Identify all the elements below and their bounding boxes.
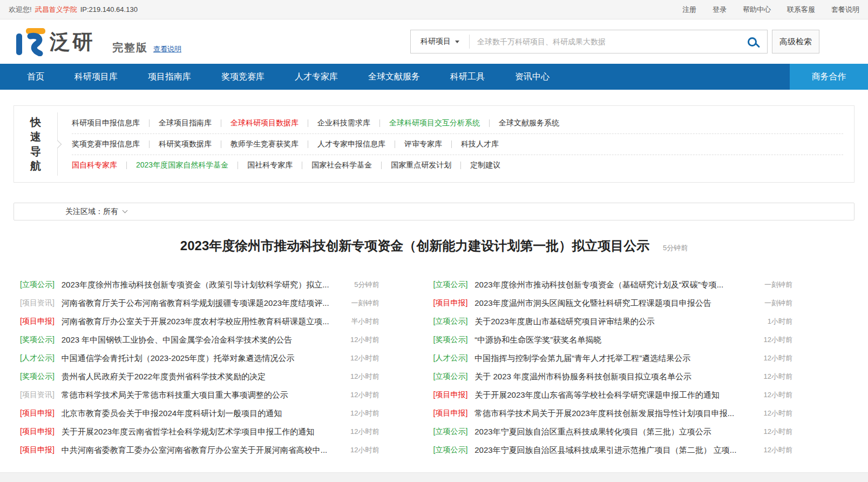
quick-nav-link[interactable]: 全球科研项目交互分析系统 xyxy=(389,118,480,128)
news-title[interactable]: 北京市教育委员会关于申报2024年度科研计划一般项目的通知 xyxy=(62,409,345,419)
news-tag: [立项公示] xyxy=(433,372,468,381)
topbar-link[interactable]: 联系客服 xyxy=(787,5,815,15)
search-button[interactable] xyxy=(737,30,767,53)
news-time: 一刻钟前 xyxy=(764,280,792,290)
quick-nav-link[interactable]: 全球文献服务系统 xyxy=(499,118,559,128)
divider xyxy=(379,119,380,127)
news-title[interactable]: 中国通信学会青托计划（2023-2025年度）托举对象遴选情况公示 xyxy=(62,353,345,364)
nav-item[interactable]: 科研项目库 xyxy=(74,71,118,83)
news-item: [项目申报]河南省教育厅办公室关于开展2023年度农村学校应用性教育科研课题立项… xyxy=(20,312,379,331)
version-label: 完整版 xyxy=(112,41,148,55)
news-title[interactable]: 关于开展2023年度云南省哲学社会科学规划艺术学项目申报工作的通知 xyxy=(62,427,345,437)
quick-nav-link[interactable]: 全球科研项目数据库 xyxy=(230,118,299,128)
news-item: [项目申报]中共河南省委教育工委办公室河南省教育厅办公室关于开展河南省高校中..… xyxy=(20,441,379,459)
news-title[interactable]: 中共河南省委教育工委办公室河南省教育厅办公室关于开展河南省高校中... xyxy=(62,445,345,456)
quick-nav-link[interactable]: 教师学生竞赛获奖库 xyxy=(230,139,299,149)
main-nav: 首页科研项目库项目指南库奖项竞赛库人才专家库全球文献服务科研工具资讯中心商务合作 xyxy=(0,64,868,90)
news-item: [项目申报]2023年度温州市洞头区闽瓯文化暨社科研究工程课题项目申报公告一刻钟… xyxy=(433,294,793,312)
divider xyxy=(308,140,308,148)
ip-address: IP:219.140.64.130 xyxy=(80,5,138,14)
topbar-link[interactable]: 登录 xyxy=(713,5,727,15)
footer-strip xyxy=(0,472,868,482)
news-tag: [立项公示] xyxy=(433,445,468,455)
quick-nav-link[interactable]: 国社科专家库 xyxy=(247,160,293,170)
news-title[interactable]: 2023年宁夏回族自治区重点科技成果转化项目（第三批）立项公示 xyxy=(474,427,758,437)
nav-item[interactable]: 奖项竞赛库 xyxy=(221,71,265,83)
news-tag: [奖项公示] xyxy=(20,335,55,345)
nav-item[interactable]: 项目指南库 xyxy=(148,71,191,83)
news-tag: [项目资讯] xyxy=(20,390,55,400)
chevron-down-icon xyxy=(123,208,128,213)
news-title[interactable]: 2023年宁夏回族自治区县域科技成果引进示范推广项目（第二批） 立项... xyxy=(474,445,758,456)
news-time: 12小时前 xyxy=(764,335,792,345)
news-time: 12小时前 xyxy=(350,427,379,437)
divider xyxy=(149,140,150,148)
divider xyxy=(489,119,490,127)
search-input[interactable] xyxy=(470,30,737,53)
quick-nav-link[interactable]: 奖项竞赛申报信息库 xyxy=(72,139,140,149)
region-filter-value: 所有 xyxy=(103,207,118,217)
quick-nav-link[interactable]: 2023年度国家自然科学基金 xyxy=(136,160,228,170)
quick-nav-link[interactable]: 国自科专家库 xyxy=(72,160,117,170)
divider xyxy=(451,140,452,148)
quick-nav-link[interactable]: 人才专家申报信息库 xyxy=(317,139,385,149)
advanced-search-button[interactable]: 高级检索 xyxy=(772,30,819,53)
news-title[interactable]: 河南省教育厅关于公布河南省教育科学规划援疆专项课题2023年度结项评... xyxy=(62,298,346,309)
quick-nav-link[interactable]: 定制建议 xyxy=(470,160,500,170)
business-cooperation-button[interactable]: 商务合作 xyxy=(790,64,868,90)
news-tag: [立项公示] xyxy=(433,280,468,290)
divider xyxy=(221,140,221,148)
view-note-link[interactable]: 查看说明 xyxy=(153,44,181,54)
topbar: 欢迎您! 武昌首义学院 IP:219.140.64.130 注册登录帮助中心联系… xyxy=(0,0,868,19)
news-tag: [项目申报] xyxy=(20,409,55,418)
news-title[interactable]: 关于2023年度唐山市基础研究项目评审结果的公示 xyxy=(474,317,762,327)
quick-nav-link[interactable]: 国家重点研发计划 xyxy=(391,160,451,170)
news-time: 12小时前 xyxy=(764,372,792,381)
news-tag: [项目资讯] xyxy=(20,298,55,308)
search-category-value: 科研项目 xyxy=(421,37,451,46)
headline-title[interactable]: 2023年度徐州市推动科技创新专项资金（创新能力建设计划第一批）拟立项目公示 xyxy=(180,238,649,253)
nav-item[interactable]: 首页 xyxy=(27,71,44,83)
quick-nav-link[interactable]: 国家社会科学基金 xyxy=(311,160,372,170)
nav-item[interactable]: 人才专家库 xyxy=(295,71,338,83)
news-title[interactable]: 2023年度徐州市推动科技创新专项资金（政策引导计划软科学研究）拟立... xyxy=(62,280,349,290)
news-title[interactable]: 2023年度温州市洞头区闽瓯文化暨社科研究工程课题项目申报公告 xyxy=(474,298,759,309)
news-title[interactable]: 2023年度徐州市推动科技创新专项资金（基础研究计划及“双碳”专项... xyxy=(474,280,759,290)
divider xyxy=(302,162,302,169)
news-title[interactable]: “中源协和生命医学奖”获奖名单揭晓 xyxy=(474,335,758,345)
divider xyxy=(149,119,150,127)
nav-item[interactable]: 科研工具 xyxy=(450,71,485,83)
news-time: 一刻钟前 xyxy=(764,298,792,308)
news-time: 12小时前 xyxy=(764,390,792,400)
topbar-link[interactable]: 注册 xyxy=(682,5,696,15)
news-title[interactable]: 常德市科学技术局关于开展2023年度科技创新发展指导性计划项目申报... xyxy=(474,409,758,419)
region-filter-dropdown[interactable]: 关注区域： 所有 xyxy=(13,203,855,220)
news-title[interactable]: 中国指挥与控制学会第九届“青年人才托举工程”遴选结果公示 xyxy=(474,353,758,364)
news-title[interactable]: 关于开展2023年度山东省高等学校社会科学研究课题申报工作的通知 xyxy=(474,390,758,400)
news-title[interactable]: 关于 2023 年度温州市科协服务科技创新项目拟立项名单公示 xyxy=(474,372,758,382)
quick-nav-link[interactable]: 科研奖项数据库 xyxy=(159,139,212,149)
quick-nav-link[interactable]: 评审专家库 xyxy=(404,139,442,149)
news-title[interactable]: 2023 年中国钢铁工业协会、中国金属学会冶金科学技术奖的公告 xyxy=(62,335,345,345)
nav-item[interactable]: 资讯中心 xyxy=(515,71,550,83)
logo-icon xyxy=(14,27,46,56)
topbar-link[interactable]: 套餐说明 xyxy=(831,5,859,15)
quick-nav-link[interactable]: 科技人才库 xyxy=(461,139,499,149)
logo[interactable]: 泛研 xyxy=(14,27,95,56)
quick-nav-link[interactable]: 全球项目指南库 xyxy=(159,118,212,128)
quick-nav-link[interactable]: 科研项目申报信息库 xyxy=(72,118,140,128)
org-name-link[interactable]: 武昌首义学院 xyxy=(35,5,77,15)
divider xyxy=(381,162,382,169)
topbar-link[interactable]: 帮助中心 xyxy=(743,5,771,15)
nav-item[interactable]: 全球文献服务 xyxy=(368,71,420,83)
search-category-dropdown[interactable]: 科研项目 xyxy=(411,30,469,53)
news-time: 12小时前 xyxy=(350,353,379,363)
header: 泛研 完整版 查看说明 科研项目 高级检索 xyxy=(0,19,868,64)
news-title[interactable]: 常德市科学技术局关于常德市科技重大项目重大事项调整的公示 xyxy=(62,390,345,400)
news-tag: [项目申报] xyxy=(20,427,55,437)
quick-nav-link[interactable]: 企业科技需求库 xyxy=(317,118,370,128)
news-title[interactable]: 河南省教育厅办公室关于开展2023年度农村学校应用性教育科研课题立项... xyxy=(62,317,346,327)
news-item: [立项公示]2023年宁夏回族自治区重点科技成果转化项目（第三批）立项公示12小… xyxy=(433,423,793,441)
welcome-text: 欢迎您! xyxy=(9,5,32,15)
news-title[interactable]: 贵州省人民政府关于2022年度贵州省科学技术奖励的决定 xyxy=(62,372,345,382)
